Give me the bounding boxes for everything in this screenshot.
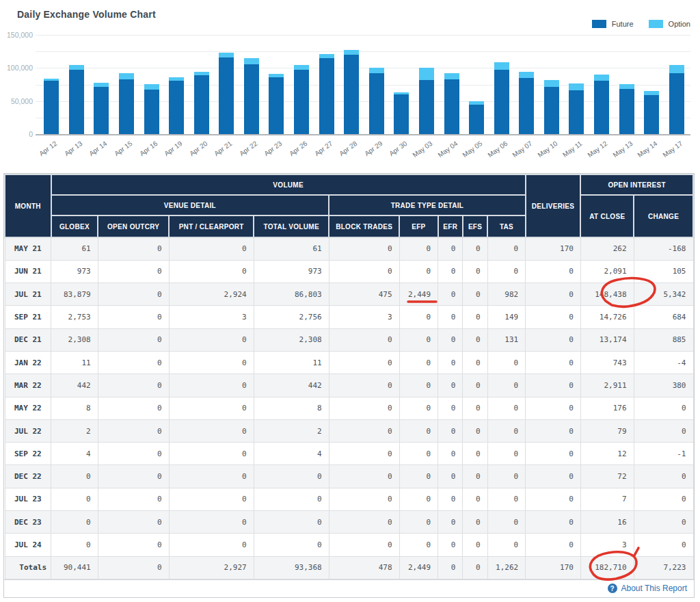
bar-option-may-04[interactable]	[444, 73, 459, 79]
bar-future-may-04[interactable]	[444, 79, 459, 134]
bar-future-may-10[interactable]	[544, 87, 559, 134]
bar-option-apr-13[interactable]	[69, 65, 84, 69]
value-cell: 0	[329, 374, 399, 397]
value-cell: 0	[438, 556, 463, 579]
bar-option-apr-26[interactable]	[294, 65, 309, 70]
month-cell: DEC 23	[5, 511, 51, 534]
value-cell: 0	[438, 443, 463, 465]
value-cell: 0	[254, 511, 329, 534]
bar-option-may-11[interactable]	[569, 83, 584, 90]
bar-future-may-06[interactable]	[494, 70, 509, 134]
value-cell: 380	[634, 374, 693, 397]
bar-future-apr-13[interactable]	[69, 70, 84, 134]
bar-option-apr-12[interactable]	[44, 79, 59, 81]
bar-future-may-03[interactable]	[419, 80, 434, 134]
value-cell: 105	[634, 260, 693, 283]
value-cell: 262	[580, 237, 634, 260]
daily-volume-chart: Daily Exchange Volume Chart Future Optio…	[0, 0, 700, 171]
value-cell: 0	[438, 534, 463, 556]
bar-future-apr-12[interactable]	[44, 81, 59, 134]
bar-option-may-13[interactable]	[619, 84, 634, 89]
header-trade-type-detail: TRADE TYPE DETAIL	[329, 195, 526, 215]
bar-future-may-14[interactable]	[644, 95, 659, 134]
value-cell: 7	[580, 488, 634, 510]
gridline	[36, 35, 690, 36]
bar-future-may-17[interactable]	[669, 73, 684, 134]
value-cell: 0	[399, 374, 438, 397]
legend-future-swatch[interactable]	[592, 20, 606, 28]
bar-option-apr-28[interactable]	[344, 50, 359, 55]
value-cell: 4	[51, 443, 98, 465]
header-efp: EFP	[399, 215, 438, 237]
bar-option-may-10[interactable]	[544, 80, 559, 88]
bar-future-apr-29[interactable]	[369, 73, 384, 134]
bar-future-apr-27[interactable]	[319, 58, 334, 134]
bar-future-apr-21[interactable]	[219, 57, 234, 134]
bar-future-may-13[interactable]	[619, 89, 634, 134]
bar-option-may-06[interactable]	[494, 62, 509, 70]
bar-option-may-05[interactable]	[469, 101, 484, 105]
value-cell: 0	[399, 465, 438, 488]
legend-future-label[interactable]: Future	[612, 20, 634, 28]
bar-future-apr-16[interactable]	[144, 90, 159, 134]
value-cell: 2,449	[399, 283, 438, 306]
bar-option-apr-29[interactable]	[369, 68, 384, 73]
value-cell: 0	[526, 351, 581, 374]
legend-option-label[interactable]: Option	[669, 20, 690, 28]
bar-future-apr-19[interactable]	[169, 81, 184, 134]
bar-option-apr-21[interactable]	[219, 53, 234, 57]
bar-option-apr-15[interactable]	[119, 73, 134, 79]
bar-future-apr-22[interactable]	[244, 64, 259, 134]
bar-option-apr-30[interactable]	[394, 92, 409, 94]
bar-option-apr-22[interactable]	[244, 58, 259, 64]
bar-option-apr-23[interactable]	[269, 74, 284, 77]
bar-future-apr-15[interactable]	[119, 79, 134, 134]
value-cell: 0	[399, 237, 438, 260]
value-cell: 885	[634, 328, 693, 351]
value-cell: 2,927	[169, 556, 254, 579]
legend-option-swatch[interactable]	[649, 20, 663, 28]
value-cell: 0	[526, 260, 581, 283]
bar-future-may-11[interactable]	[569, 90, 584, 134]
bar-option-may-12[interactable]	[594, 75, 609, 80]
table-row: JUN 21973009730000002,091105	[5, 260, 693, 283]
value-cell: 0	[399, 328, 438, 351]
value-cell: 0	[526, 283, 581, 306]
value-cell: 0	[169, 397, 254, 419]
value-cell: 0	[526, 488, 581, 510]
bar-option-may-07[interactable]	[519, 72, 534, 78]
bar-option-apr-20[interactable]	[194, 72, 209, 75]
bar-future-apr-28[interactable]	[344, 55, 359, 134]
bar-option-may-17[interactable]	[669, 65, 684, 73]
bar-future-apr-30[interactable]	[394, 94, 409, 134]
value-cell: 0	[634, 511, 693, 534]
chart-legend: Future Option	[592, 20, 690, 28]
bar-future-apr-23[interactable]	[269, 77, 284, 134]
bar-option-may-14[interactable]	[644, 91, 659, 96]
bar-future-apr-14[interactable]	[94, 87, 109, 134]
value-cell: 982	[487, 283, 525, 306]
value-cell: 90,441	[51, 556, 98, 579]
volume-table: MONTH VOLUME DELIVERIES OPEN INTEREST VE…	[4, 174, 694, 579]
table-row: MAR 22442004420000002,911380	[5, 374, 693, 397]
bar-option-apr-16[interactable]	[144, 84, 159, 90]
bar-future-may-12[interactable]	[594, 81, 609, 134]
value-cell: 0	[169, 237, 254, 260]
about-this-report-link[interactable]: About This Report	[621, 584, 688, 593]
value-cell: 0	[169, 419, 254, 442]
bar-future-may-07[interactable]	[519, 78, 534, 134]
help-icon[interactable]: ?	[608, 584, 617, 593]
value-cell: 0	[169, 328, 254, 351]
bar-option-may-03[interactable]	[419, 68, 434, 79]
bar-future-may-05[interactable]	[469, 105, 484, 134]
bar-option-apr-14[interactable]	[94, 83, 109, 87]
bar-future-apr-26[interactable]	[294, 70, 309, 134]
value-cell: 0	[438, 465, 463, 488]
bar-option-apr-19[interactable]	[169, 77, 184, 81]
bar-option-apr-27[interactable]	[319, 54, 334, 58]
bar-future-apr-20[interactable]	[194, 75, 209, 134]
chart-title: Daily Exchange Volume Chart	[17, 9, 156, 20]
value-cell: 442	[51, 374, 98, 397]
value-cell: 0	[438, 306, 463, 328]
header-total-volume: TOTAL VOLUME	[254, 215, 329, 237]
